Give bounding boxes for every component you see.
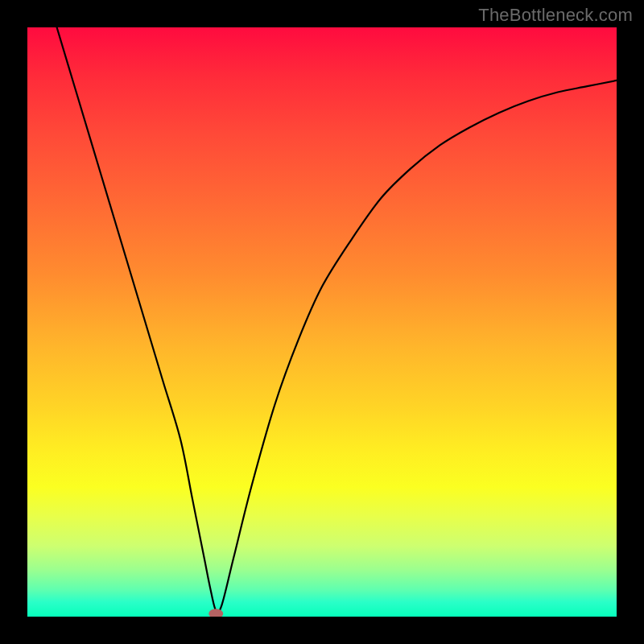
curve-svg — [27, 27, 617, 617]
chart-frame: TheBottleneck.com — [0, 0, 644, 644]
watermark-text: TheBottleneck.com — [478, 5, 633, 26]
plot-area — [27, 27, 617, 617]
bottleneck-curve — [57, 27, 617, 613]
min-point-marker — [208, 609, 223, 617]
